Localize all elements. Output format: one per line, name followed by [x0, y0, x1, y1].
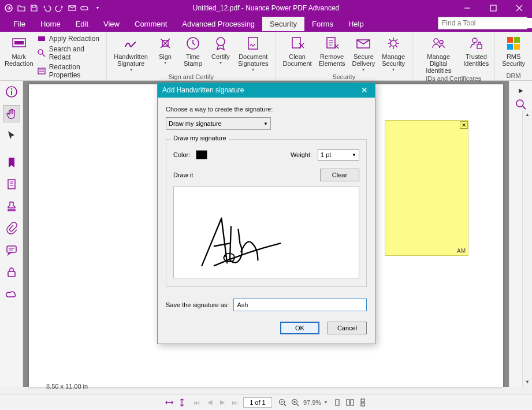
- svg-rect-43: [8, 271, 15, 277]
- minimize-button[interactable]: [454, 0, 480, 16]
- tab-file[interactable]: File: [6, 17, 33, 31]
- footer-bar: ⏮ ◀ ▶ ⏭ 97.9% ▾: [0, 394, 532, 410]
- tab-help[interactable]: Help: [341, 17, 371, 31]
- fit-width-icon[interactable]: [165, 398, 174, 407]
- envelope-lock-icon: [355, 35, 372, 52]
- tab-security[interactable]: Security: [262, 17, 304, 31]
- note-close-icon[interactable]: ✕: [460, 121, 468, 129]
- hand-tool-icon[interactable]: [3, 105, 20, 122]
- note-body[interactable]: [385, 129, 468, 247]
- title-bar: ▾ Untitled_12.pdf - Nuance Power PDF Adv…: [0, 0, 532, 16]
- color-label: Color:: [173, 151, 190, 158]
- groupbox-title: Draw my signature: [171, 135, 229, 141]
- manage-digital-identities-button[interactable]: Manage Digital Identities: [416, 33, 461, 75]
- document-signatures-button[interactable]: Document Signatures▾: [235, 33, 272, 73]
- svg-point-44: [516, 100, 523, 107]
- manage-security-button[interactable]: Manage Security▾: [378, 33, 408, 73]
- pages-panel-icon[interactable]: [3, 176, 20, 193]
- zoom-dropdown-icon[interactable]: ▾: [325, 400, 327, 405]
- mail-icon[interactable]: [67, 3, 77, 13]
- ribbon-badge-icon: [212, 35, 229, 52]
- search-redact-button[interactable]: Search and Redact: [35, 44, 103, 62]
- time-stamp-button[interactable]: Time Stamp: [179, 33, 207, 68]
- window-title: Untitled_12.pdf - Nuance Power PDF Advan…: [193, 4, 339, 12]
- weight-select[interactable]: 1 pt▼: [318, 149, 359, 161]
- svg-point-9: [38, 50, 43, 54]
- certify-button[interactable]: Certify▾: [207, 33, 235, 66]
- stamp-panel-icon[interactable]: [3, 197, 20, 215]
- svg-rect-30: [514, 37, 520, 43]
- comments-panel-icon[interactable]: [3, 241, 20, 259]
- zoom-in-icon[interactable]: [291, 398, 300, 407]
- tab-edit[interactable]: Edit: [68, 17, 96, 31]
- zoom-level: 97.9%: [303, 399, 321, 406]
- dialog-close-icon[interactable]: ✕: [359, 85, 370, 95]
- choose-method-label: Choose a way to create the signature:: [166, 106, 367, 113]
- signature-name-input[interactable]: [233, 299, 367, 311]
- info-panel-icon[interactable]: [3, 83, 20, 100]
- cancel-button[interactable]: Cancel: [328, 322, 367, 334]
- maximize-button[interactable]: [480, 0, 506, 16]
- save-icon[interactable]: [29, 3, 39, 13]
- undo-icon[interactable]: [42, 3, 52, 13]
- svg-rect-18: [292, 38, 300, 48]
- prev-page-icon[interactable]: ◀: [205, 398, 214, 407]
- continuous-view-icon[interactable]: [358, 398, 367, 407]
- find-tool-box[interactable]: [438, 17, 527, 29]
- scroll-down-icon[interactable]: ▼: [523, 377, 532, 387]
- last-page-icon[interactable]: ⏭: [230, 398, 240, 407]
- security-panel-icon[interactable]: [3, 263, 20, 281]
- ok-button[interactable]: OK: [280, 322, 319, 334]
- redo-icon[interactable]: [54, 3, 65, 13]
- people-icon: [430, 35, 447, 52]
- fit-page-icon[interactable]: [177, 398, 187, 407]
- tab-home[interactable]: Home: [33, 17, 68, 31]
- signature-canvas[interactable]: [173, 186, 359, 278]
- secure-delivery-button[interactable]: Secure Delivery▾: [349, 33, 379, 73]
- single-page-view-icon[interactable]: [333, 398, 342, 407]
- bookmark-panel-icon[interactable]: [3, 154, 20, 171]
- two-page-view-icon[interactable]: [345, 398, 355, 407]
- handwritten-signature-icon: [122, 35, 140, 52]
- clean-document-button[interactable]: Clean Document: [280, 33, 315, 68]
- sticky-note[interactable]: ✕ AM: [385, 120, 468, 256]
- remove-icon: [323, 35, 341, 52]
- svg-rect-17: [248, 38, 258, 49]
- doc-signatures-icon: [244, 35, 262, 52]
- page-number-input[interactable]: [243, 397, 272, 408]
- apply-redaction-button[interactable]: Apply Redaction: [35, 33, 103, 44]
- color-picker[interactable]: [196, 150, 207, 159]
- svg-point-25: [434, 39, 438, 43]
- cloud-panel-icon[interactable]: [3, 285, 20, 303]
- clear-button[interactable]: Clear: [320, 169, 359, 181]
- scroll-up-icon[interactable]: ▲: [523, 110, 532, 120]
- sign-button[interactable]: Sign▾: [151, 33, 179, 66]
- right-rail-arrow-icon[interactable]: ▶: [512, 84, 530, 96]
- attachments-panel-icon[interactable]: [3, 219, 20, 237]
- open-icon[interactable]: [16, 3, 27, 13]
- qat-dropdown-icon[interactable]: ▾: [92, 3, 103, 13]
- next-page-icon[interactable]: ▶: [218, 398, 227, 407]
- sign-icon: [157, 35, 174, 52]
- zoom-out-icon[interactable]: [278, 398, 287, 407]
- tab-forms[interactable]: Forms: [304, 17, 341, 31]
- mark-redaction-button[interactable]: Mark Redaction: [3, 33, 35, 68]
- cloud-icon[interactable]: [80, 3, 90, 13]
- trusted-identities-button[interactable]: Trusted Identities: [461, 33, 491, 68]
- handwritten-signature-button[interactable]: Handwritten Signature▾: [110, 33, 151, 73]
- redaction-properties-button[interactable]: Redaction Properties: [35, 62, 103, 80]
- remove-elements-button[interactable]: Remove Elements: [315, 33, 349, 68]
- rms-security-button[interactable]: RMS Security: [498, 33, 529, 68]
- first-page-icon[interactable]: ⏮: [192, 398, 202, 407]
- signature-method-select[interactable]: Draw my signature▼: [166, 117, 271, 130]
- close-button[interactable]: [506, 0, 532, 16]
- tab-advanced[interactable]: Advanced Processing: [174, 17, 262, 31]
- app-icon[interactable]: [3, 3, 14, 13]
- tab-comment[interactable]: Comment: [127, 17, 174, 31]
- find-input[interactable]: [438, 18, 532, 28]
- tab-view[interactable]: View: [96, 17, 127, 31]
- svg-point-16: [217, 38, 225, 46]
- vertical-scrollbar[interactable]: ▲ ▼: [522, 110, 532, 387]
- select-tool-icon[interactable]: [3, 127, 20, 144]
- save-as-label: Save the signature as:: [166, 301, 229, 308]
